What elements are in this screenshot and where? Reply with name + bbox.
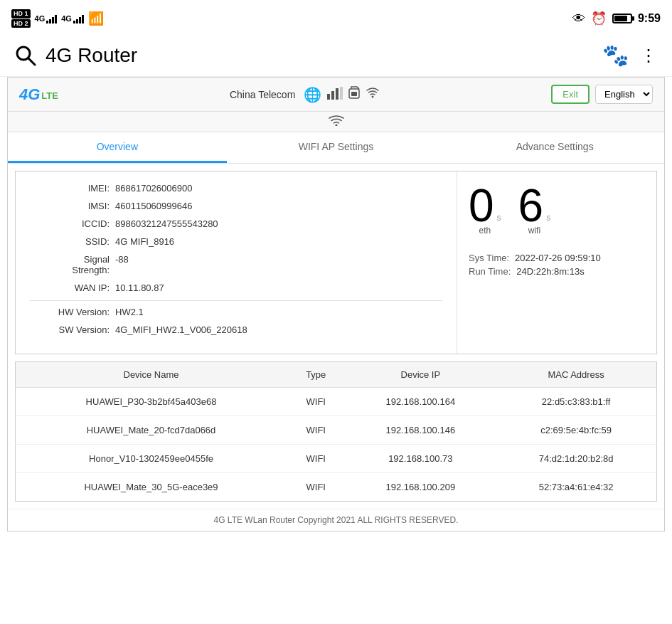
run-time-label: Run Time: bbox=[469, 266, 511, 277]
ssid-value: 4G MIFI_8916 bbox=[115, 236, 174, 247]
exit-button[interactable]: Exit bbox=[551, 85, 590, 104]
network1-label: 4G bbox=[35, 14, 46, 23]
svg-point-8 bbox=[372, 96, 374, 98]
globe-icon: 🌐 bbox=[304, 86, 321, 103]
wifi-count: 6 bbox=[518, 183, 544, 228]
carrier-name: China Telecom bbox=[230, 89, 295, 100]
router-header: 4G LTE China Telecom 🌐 bbox=[8, 78, 664, 112]
signal-value: -88 bbox=[115, 254, 129, 275]
signal-label: Signal Strength: bbox=[30, 254, 115, 275]
svg-rect-7 bbox=[351, 92, 357, 96]
signal-row: Signal Strength: -88 bbox=[30, 254, 442, 275]
info-panel-inner: IMEI: 868617026006900 IMSI: 460115060999… bbox=[16, 171, 656, 354]
router-tabs: Overview WIFI AP Settings Advance Settin… bbox=[8, 132, 664, 164]
sw-row: SW Version: 4G_MIFI_HW2.1_V006_220618 bbox=[30, 324, 442, 335]
table-header-row: Device Name Type Device IP MAC Address bbox=[16, 362, 657, 388]
iccid-label: ICCID: bbox=[30, 218, 115, 229]
wanip-label: WAN IP: bbox=[30, 282, 115, 293]
sim-card-icon bbox=[348, 86, 360, 102]
svg-rect-3 bbox=[331, 91, 334, 100]
run-time-value: 24D:22h:8m:13s bbox=[516, 266, 584, 277]
col-type: Type bbox=[287, 362, 345, 388]
cell-ip-0: 192.168.100.164 bbox=[345, 388, 496, 416]
cell-mac-3: 52:73:a4:61:e4:32 bbox=[496, 473, 656, 502]
network1-group: 4G bbox=[35, 14, 58, 23]
info-panel: IMEI: 868617026006900 IMSI: 460115060999… bbox=[15, 171, 657, 354]
router-header-center: China Telecom 🌐 bbox=[67, 86, 543, 103]
more-menu-icon[interactable]: ⋮ bbox=[640, 46, 658, 65]
device-table: Device Name Type Device IP MAC Address H… bbox=[15, 361, 657, 502]
table-row: HUAWEI_Mate_20-fcd7da066dWIFI192.168.100… bbox=[16, 416, 657, 445]
signal-strength-icon bbox=[327, 87, 343, 102]
lte-4g-text: 4G bbox=[19, 85, 40, 104]
baidu-icon[interactable]: 🐾 bbox=[602, 43, 629, 68]
svg-line-1 bbox=[28, 58, 35, 65]
run-time-row: Run Time: 24D:22h:8m:13s bbox=[469, 266, 601, 277]
sys-time-row: Sys Time: 2022-07-26 09:59:10 bbox=[469, 253, 601, 263]
wifi-label: wifi bbox=[528, 226, 540, 236]
eth-counter: 0 s eth bbox=[469, 183, 501, 236]
counters-group: 0 s eth 6 s wifi bbox=[469, 183, 550, 236]
app-header-icons: 🐾 ⋮ bbox=[602, 43, 658, 68]
hd2-badge: HD 2 bbox=[11, 19, 31, 28]
router-content: IMEI: 868617026006900 IMSI: 460115060999… bbox=[8, 164, 664, 509]
app-title: 4G Router bbox=[46, 44, 137, 67]
eth-s-label: s bbox=[497, 213, 501, 228]
col-device-name: Device Name bbox=[16, 362, 287, 388]
eth-label: eth bbox=[479, 226, 491, 236]
cell-mac-2: 74:d2:1d:20:b2:8d bbox=[496, 445, 656, 473]
svg-rect-2 bbox=[327, 94, 330, 100]
ssid-row: SSID: 4G MIFI_8916 bbox=[30, 236, 442, 247]
wifi-row bbox=[8, 112, 664, 132]
router-header-right: Exit English bbox=[551, 85, 653, 104]
cell-type-2: WIFI bbox=[287, 445, 345, 473]
cell-type-3: WIFI bbox=[287, 473, 345, 502]
wifi-router-icon bbox=[366, 86, 380, 102]
signal-bars-1 bbox=[46, 14, 57, 23]
info-left: IMEI: 868617026006900 IMSI: 460115060999… bbox=[16, 171, 457, 354]
info-right: 0 s eth 6 s wifi bbox=[457, 171, 656, 354]
col-mac-address: MAC Address bbox=[496, 362, 656, 388]
battery-icon bbox=[612, 14, 632, 23]
tab-advance[interactable]: Advance Settings bbox=[445, 132, 664, 163]
search-icon[interactable] bbox=[14, 44, 37, 67]
wifi-connected-icon bbox=[329, 115, 344, 129]
cell-name-3: HUAWEI_Mate_30_5G-eace3e9 bbox=[16, 473, 287, 502]
battery-fill bbox=[614, 16, 627, 21]
lte-lte-text: LTE bbox=[41, 90, 58, 101]
signal-bars-2 bbox=[73, 14, 84, 23]
info-divider bbox=[30, 300, 442, 301]
sys-time-label: Sys Time: bbox=[469, 253, 509, 263]
tab-overview[interactable]: Overview bbox=[8, 132, 227, 163]
cell-type-0: WIFI bbox=[287, 388, 345, 416]
wifi-icon: 📶 bbox=[88, 11, 104, 26]
wifi-s-label: s bbox=[546, 213, 550, 228]
ssid-label: SSID: bbox=[30, 236, 115, 247]
svg-rect-5 bbox=[340, 87, 343, 100]
router-ui: 4G LTE China Telecom 🌐 bbox=[7, 77, 665, 532]
tab-wifi-ap[interactable]: WIFI AP Settings bbox=[227, 132, 446, 163]
cell-ip-1: 192.168.100.146 bbox=[345, 416, 496, 445]
svg-rect-4 bbox=[336, 88, 338, 100]
status-bar-left: HD 1 HD 2 4G 4G 📶 bbox=[11, 9, 104, 28]
hw-label: HW Version: bbox=[30, 307, 115, 317]
app-title-area: 4G Router bbox=[14, 44, 137, 67]
iccid-row: ICCID: 89860321247555543280 bbox=[30, 218, 442, 229]
cell-type-1: WIFI bbox=[287, 416, 345, 445]
iccid-value: 89860321247555543280 bbox=[115, 218, 218, 229]
cell-ip-3: 192.168.100.209 bbox=[345, 473, 496, 502]
imsi-value: 460115060999646 bbox=[115, 201, 192, 211]
header-icons-group: 🌐 bbox=[304, 86, 380, 103]
status-bar: HD 1 HD 2 4G 4G 📶 👁 ⏰ bbox=[0, 0, 672, 34]
language-select[interactable]: English bbox=[595, 85, 653, 104]
cell-ip-2: 192.168.100.73 bbox=[345, 445, 496, 473]
hd-badges: HD 1 HD 2 bbox=[11, 9, 31, 28]
table-row: Honor_V10-1302459ee0455feWIFI192.168.100… bbox=[16, 445, 657, 473]
cell-name-2: Honor_V10-1302459ee0455fe bbox=[16, 445, 287, 473]
footer-text: 4G LTE WLan Router Copyright 2021 ALL RI… bbox=[214, 515, 459, 525]
router-footer: 4G LTE WLan Router Copyright 2021 ALL RI… bbox=[8, 509, 664, 531]
imei-label: IMEI: bbox=[30, 183, 115, 194]
wifi-counter: 6 s wifi bbox=[518, 183, 551, 236]
network2-label: 4G bbox=[61, 14, 72, 23]
imei-value: 868617026006900 bbox=[115, 183, 192, 194]
